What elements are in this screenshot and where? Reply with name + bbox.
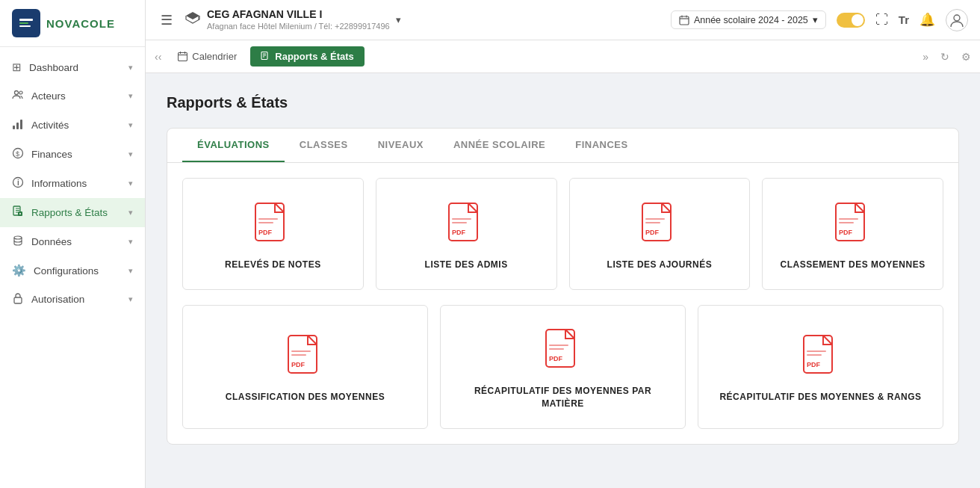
svg-rect-44 <box>549 345 568 346</box>
svg-rect-18 <box>680 16 689 25</box>
svg-point-19 <box>954 15 960 21</box>
svg-rect-37 <box>839 222 854 223</box>
report-grid-row1: PDF RELEVÉS DE NOTES PDF <box>167 163 958 305</box>
font-icon[interactable]: Tr <box>899 13 909 26</box>
tabbar: ‹‹ Calendrier Rapports & États » ↻ ⚙ <box>146 40 980 73</box>
svg-rect-28 <box>452 218 471 220</box>
sidebar-label-rapports: Rapports & États <box>31 207 108 218</box>
sub-tab-annee-scolaire[interactable]: ANNÉE SCOLAIRE <box>438 129 560 162</box>
svg-text:PDF: PDF <box>291 361 306 368</box>
svg-text:$: $ <box>16 150 19 158</box>
chevron-icon: ▾ <box>128 63 133 72</box>
year-selector[interactable]: Année scolaire 2024 - 2025 ▾ <box>671 10 826 29</box>
tab-refresh-btn[interactable]: ↻ <box>937 51 952 63</box>
page-title: Rapports & États <box>167 94 959 111</box>
sidebar-nav: ⊞ Dashboard ▾ Acteurs ▾ Activités ▾ <box>0 47 145 488</box>
sidebar-item-acteurs[interactable]: Acteurs ▾ <box>0 81 145 111</box>
school-dropdown-arrow[interactable]: ▾ <box>396 14 401 25</box>
svg-rect-20 <box>179 53 187 61</box>
svg-rect-49 <box>807 354 822 356</box>
chevron-icon: ▾ <box>128 294 133 304</box>
sidebar-label-informations: Informations <box>31 178 87 189</box>
report-label-recapitulatif-rangs: RÉCAPITULATIF DES MOYENNES & RANGS <box>719 391 921 404</box>
sub-tab-evaluations[interactable]: ÉVALUATIONS <box>182 129 285 162</box>
sub-tab-classes[interactable]: CLASSES <box>285 129 363 162</box>
tab-rapports-label: Rapports & États <box>275 51 353 62</box>
svg-text:PDF: PDF <box>549 355 563 362</box>
svg-rect-3 <box>19 25 31 27</box>
sidebar-label-finances: Finances <box>31 149 72 160</box>
svg-rect-7 <box>16 123 19 129</box>
svg-text:PDF: PDF <box>452 229 466 236</box>
report-label-classification: CLASSIFICATION DES MOYENNES <box>226 391 385 404</box>
school-icon <box>184 10 201 30</box>
svg-rect-45 <box>549 348 564 350</box>
activites-icon <box>12 118 24 132</box>
config-icon: ⚙️ <box>12 264 26 277</box>
svg-point-5 <box>19 91 22 94</box>
report-label-recapitulatif-matiere: RÉCAPITULATIF DES MOYENNES PAR MATIÈRE <box>453 385 673 410</box>
sidebar-logo: NOVACOLE <box>0 0 145 47</box>
pdf-icon-recapitulatif-rangs: PDF <box>802 334 840 377</box>
sidebar-item-donnees[interactable]: Données ▾ <box>0 227 145 256</box>
dashboard-icon: ⊞ <box>12 61 22 74</box>
report-card-admis[interactable]: PDF LISTE DES ADMIS <box>376 178 557 290</box>
sidebar-label-activites: Activités <box>31 120 69 131</box>
notification-icon[interactable]: 🔔 <box>919 12 935 28</box>
theme-toggle[interactable] <box>837 13 865 28</box>
svg-rect-40 <box>291 350 311 352</box>
sidebar-item-configurations[interactable]: ⚙️ Configurations ▾ <box>0 256 145 285</box>
sidebar-item-informations[interactable]: i Informations ▾ <box>0 169 145 198</box>
sidebar-item-rapports[interactable]: Rapports & États ▾ <box>0 198 145 227</box>
user-avatar[interactable] <box>946 9 968 31</box>
year-label: Année scolaire 2024 - 2025 <box>694 15 808 25</box>
report-card-recapitulatif-matiere[interactable]: PDF RÉCAPITULATIF DES MOYENNES PAR MATIÈ… <box>440 305 686 429</box>
finances-icon: $ <box>12 147 24 161</box>
svg-text:PDF: PDF <box>645 229 660 236</box>
sub-tab-niveaux[interactable]: NIVEAUX <box>363 129 438 162</box>
tab-rapports[interactable]: Rapports & États <box>250 46 364 67</box>
report-card-classement[interactable]: PDF CLASSEMENT DES MOYENNES <box>762 178 943 290</box>
hamburger-icon[interactable]: ☰ <box>158 9 176 31</box>
svg-text:i: i <box>17 179 19 187</box>
tab-prev-btn[interactable]: ‹‹ <box>152 51 164 63</box>
logo-icon <box>12 9 40 37</box>
svg-rect-25 <box>258 222 273 223</box>
svg-point-4 <box>15 91 19 95</box>
year-dropdown-arrow: ▾ <box>813 14 818 25</box>
informations-icon: i <box>12 176 24 191</box>
tab-next-btn[interactable]: » <box>919 51 931 63</box>
sidebar-label-dashboard: Dashboard <box>29 62 78 73</box>
sidebar-label-autorisation: Autorisation <box>31 294 84 305</box>
report-card-ajournes[interactable]: PDF LISTE DES AJOURNÉS <box>569 178 751 290</box>
report-label-releves: RELEVÉS DE NOTES <box>225 259 321 271</box>
sidebar-item-finances[interactable]: $ Finances ▾ <box>0 140 145 169</box>
sidebar-item-autorisation[interactable]: Autorisation ▾ <box>0 285 145 314</box>
fullscreen-icon[interactable]: ⛶ <box>875 13 888 28</box>
sub-tab-finances[interactable]: FINANCES <box>560 129 642 162</box>
rapports-icon <box>12 206 24 220</box>
topbar: ☰ CEG AFAGNAN VILLE I Afagnan face Hôtel… <box>146 0 980 40</box>
report-card-releves[interactable]: PDF RELEVÉS DE NOTES <box>182 178 364 290</box>
tab-calendrier[interactable]: Calendrier <box>167 46 247 67</box>
sidebar-label-donnees: Données <box>31 236 72 247</box>
svg-rect-2 <box>19 22 28 24</box>
report-card-recapitulatif-rangs[interactable]: PDF RÉCAPITULATIF DES MOYENNES & RANGS <box>698 305 943 429</box>
svg-rect-8 <box>20 120 22 129</box>
sidebar-label-configurations: Configurations <box>34 265 99 277</box>
tab-calendrier-label: Calendrier <box>192 51 237 62</box>
report-label-admis: LISTE DES ADMIS <box>425 259 508 271</box>
svg-rect-24 <box>258 218 278 220</box>
svg-text:PDF: PDF <box>807 361 821 368</box>
pdf-icon-classification: PDF <box>287 334 324 377</box>
svg-rect-36 <box>839 218 858 220</box>
report-card-classification[interactable]: PDF CLASSIFICATION DES MOYENNES <box>182 305 428 429</box>
tab-settings-btn[interactable]: ⚙ <box>958 51 974 63</box>
autorisation-icon <box>12 292 24 306</box>
report-label-classement: CLASSEMENT DES MOYENNES <box>781 259 925 271</box>
sidebar-item-activites[interactable]: Activités ▾ <box>0 111 145 140</box>
sidebar-item-dashboard[interactable]: ⊞ Dashboard ▾ <box>0 53 145 81</box>
app-name: NOVACOLE <box>46 17 115 30</box>
svg-text:PDF: PDF <box>258 229 273 236</box>
svg-rect-1 <box>19 19 33 21</box>
